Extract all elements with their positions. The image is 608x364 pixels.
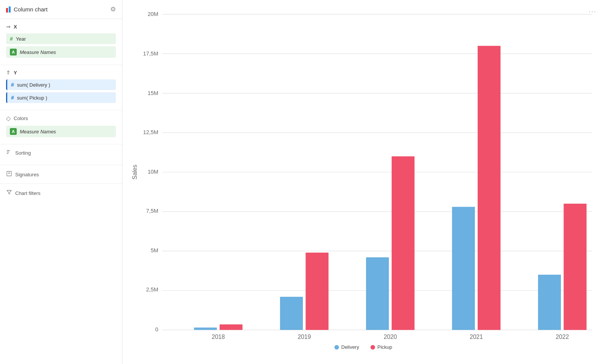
colors-measure-names-label: Measure Names [20, 129, 56, 135]
colors-section: ◇ Colors A Measure Names [0, 110, 122, 144]
x-field-year[interactable]: # Year [6, 33, 116, 44]
sidebar: Column chart ⚙ ⇒ X # Year A Measure Name… [0, 0, 122, 364]
x-field-year-label: Year [16, 36, 26, 42]
a-icon: A [10, 49, 17, 55]
filter-icon [6, 189, 12, 197]
x-tick-2018: 2018 [212, 334, 225, 340]
svg-text:12,5M: 12,5M [143, 129, 158, 135]
sorting-icon [6, 149, 12, 157]
chart-svg-container: 20M 17,5M 15M 12,5M 10M 7,5M 5M 2,5M 0 S… [130, 8, 597, 341]
sorting-label: Sorting [15, 150, 31, 156]
chart-filters-section[interactable]: Chart filters [0, 184, 122, 202]
svg-text:5M: 5M [151, 247, 158, 253]
x-axis-section: ⇒ X # Year A Measure Names [0, 19, 122, 65]
bar-2018-delivery [194, 328, 217, 330]
signatures-label: Signatures [15, 172, 39, 177]
svg-text:7,5M: 7,5M [146, 208, 158, 214]
bar-2020-pickup [392, 156, 415, 330]
sorting-label-row: Sorting [6, 149, 116, 157]
a-icon-colors: A [10, 128, 17, 135]
legend-pickup-dot [370, 345, 375, 350]
x-tick-2019: 2019 [298, 334, 311, 340]
legend-pickup: Pickup [370, 344, 392, 350]
bar-2021-delivery [452, 207, 475, 330]
sorting-section: Sorting [0, 144, 122, 165]
y-field-delivery[interactable]: # sum( Delivery ) [6, 79, 116, 90]
bar-2020-delivery [366, 257, 389, 330]
hash-blue-icon-2: # [11, 95, 14, 101]
y-axis-letter: Y [14, 70, 17, 76]
bar-2019-pickup [306, 253, 328, 330]
bar-2018-pickup [220, 324, 242, 330]
x-field-measure-names[interactable]: A Measure Names [6, 46, 116, 58]
sidebar-header: Column chart ⚙ [0, 0, 122, 19]
svg-text:10M: 10M [148, 169, 158, 175]
svg-text:2,5M: 2,5M [146, 286, 158, 293]
svg-text:Sales: Sales [131, 165, 138, 179]
x-field-measure-names-label: Measure Names [20, 49, 56, 55]
x-axis-letter: X [14, 24, 17, 30]
colors-label: Colors [14, 116, 28, 121]
bar-2022-delivery [538, 275, 561, 330]
bar-2019-delivery [280, 297, 303, 330]
signatures-section: Signatures [0, 165, 122, 184]
colors-measure-names[interactable]: A Measure Names [6, 126, 116, 137]
chart-container: ··· [130, 8, 597, 356]
bar-2021-pickup [478, 46, 500, 330]
x-axis-label: ⇒ X [6, 24, 116, 30]
y-axis-arrow-icon: ⇑ [6, 70, 11, 76]
gear-icon[interactable]: ⚙ [110, 5, 116, 13]
svg-text:20M: 20M [148, 11, 158, 17]
legend-delivery: Delivery [334, 344, 359, 350]
legend-delivery-label: Delivery [341, 344, 359, 350]
y-field-pickup-label: sum( Pickup ) [17, 95, 47, 101]
chart-type-icon [6, 6, 11, 13]
x-axis-arrow-icon: ⇒ [6, 24, 11, 30]
svg-text:17,5M: 17,5M [143, 51, 158, 57]
signatures-row[interactable]: Signatures [6, 171, 116, 178]
colors-label-row: ◇ Colors [6, 115, 116, 122]
x-tick-2020: 2020 [384, 334, 397, 340]
hash-icon: # [10, 36, 13, 42]
title-row: Column chart [6, 6, 48, 13]
svg-rect-3 [7, 171, 11, 176]
legend-delivery-dot [334, 345, 339, 350]
x-tick-2021: 2021 [470, 334, 483, 340]
bar-2022-pickup [564, 204, 586, 330]
hash-blue-icon: # [11, 82, 14, 88]
y-field-pickup[interactable]: # sum( Pickup ) [6, 92, 116, 103]
sidebar-title: Column chart [14, 6, 48, 13]
chart-wrapper: 20M 17,5M 15M 12,5M 10M 7,5M 5M 2,5M 0 S… [130, 8, 597, 356]
y-axis-section: ⇑ Y # sum( Delivery ) # sum( Pickup ) [0, 65, 122, 110]
chart-svg: 20M 17,5M 15M 12,5M 10M 7,5M 5M 2,5M 0 S… [130, 8, 597, 341]
chart-legend: Delivery Pickup [130, 344, 597, 350]
y-axis-label: ⇑ Y [6, 70, 116, 76]
svg-text:15M: 15M [148, 90, 158, 96]
signatures-icon [6, 171, 12, 178]
colors-icon: ◇ [6, 115, 11, 122]
y-field-delivery-label: sum( Delivery ) [17, 82, 50, 88]
legend-pickup-label: Pickup [377, 344, 392, 350]
x-tick-2022: 2022 [556, 334, 569, 340]
svg-text:0: 0 [155, 326, 158, 332]
chart-filters-label: Chart filters [15, 190, 40, 196]
main-chart-area: ··· [122, 0, 608, 364]
